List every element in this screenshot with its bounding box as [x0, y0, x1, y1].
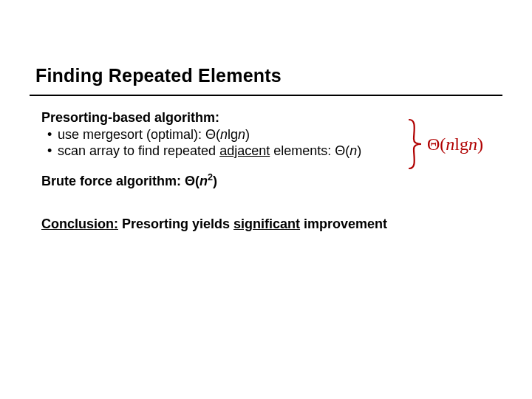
conclusion-mid1: Presorting yields: [118, 216, 233, 231]
b1-n1: n: [220, 127, 228, 142]
complexity-annotation: Θ(nlgn): [427, 134, 483, 154]
annot-n1: n: [446, 134, 454, 154]
spacer-2: [41, 189, 499, 202]
conclusion-mid2: improvement: [300, 216, 387, 231]
conclusion-significant: significant: [233, 216, 300, 231]
b1-text-pre: use mergesort (optimal): Θ(: [58, 127, 220, 142]
b2-text-post: ): [357, 143, 361, 158]
b2-n: n: [349, 143, 357, 158]
b1-n2: n: [238, 127, 245, 142]
annot-close: ): [477, 134, 483, 154]
b1-text-post: ): [245, 127, 250, 142]
b1-lg: lg: [228, 127, 238, 142]
bf-post: ): [213, 174, 217, 188]
bf-n: n: [200, 174, 208, 188]
bf-pre: Brute force algorithm: Θ(: [41, 174, 200, 188]
brace-annotation: Θ(nlgn): [406, 118, 525, 170]
slide: Finding Repeated Elements Presorting-bas…: [0, 0, 532, 399]
b2-text-mid: elements: Θ(: [270, 143, 349, 158]
b2-adjacent: adjacent: [219, 143, 270, 158]
conclusion-line: Conclusion: Presorting yields significan…: [41, 216, 499, 233]
annot-n2: n: [468, 134, 477, 154]
conclusion-label: Conclusion:: [41, 216, 118, 231]
slide-title: Finding Repeated Elements: [35, 65, 282, 86]
spacer-3: [41, 202, 499, 216]
right-brace-icon: [406, 118, 424, 170]
title-rule: [30, 95, 502, 96]
b2-text-pre: scan array to find repeated: [58, 143, 219, 158]
section2-bruteforce: Brute force algorithm: Θ(n2): [41, 173, 499, 190]
annot-lg: lg: [454, 134, 468, 154]
annot-theta: Θ(: [427, 134, 446, 154]
bf-exp: 2: [208, 172, 213, 183]
